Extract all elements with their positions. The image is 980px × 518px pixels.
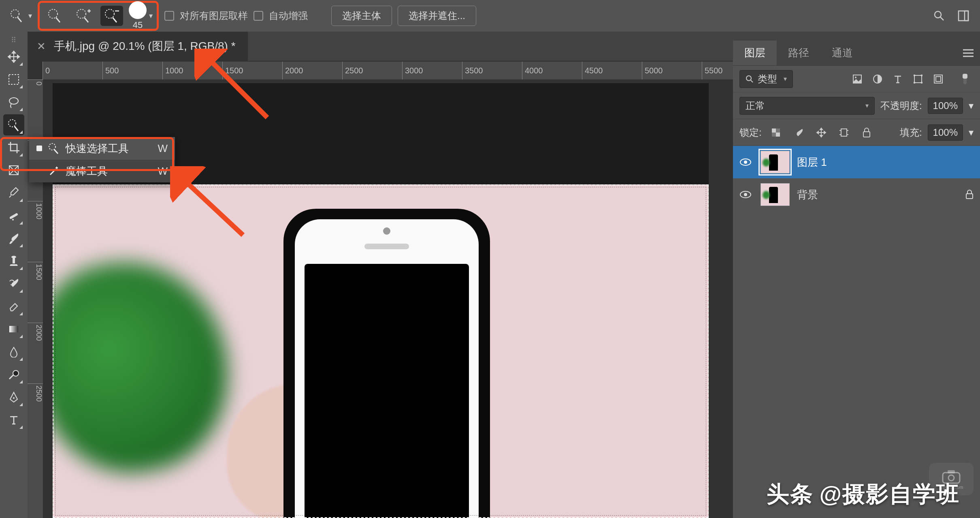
selection-marquee	[53, 184, 709, 518]
svg-rect-37	[841, 129, 847, 136]
svg-point-19	[49, 143, 55, 150]
chevron-down-icon: ▾	[784, 75, 787, 83]
crop-tool[interactable]	[3, 137, 24, 158]
svg-point-4	[935, 11, 941, 18]
frame-tool[interactable]	[3, 160, 24, 181]
clone-stamp-tool[interactable]	[3, 250, 24, 272]
svg-rect-34	[776, 133, 780, 137]
add-to-selection-button[interactable]	[72, 6, 95, 26]
visibility-toggle[interactable]	[739, 158, 753, 167]
flyout-item-magic-wand[interactable]: 魔棒工具 W	[29, 160, 175, 182]
search-icon[interactable]	[932, 9, 946, 23]
sample-all-layers-label: 对所有图层取样	[180, 9, 248, 22]
healing-brush-tool[interactable]	[3, 205, 24, 226]
svg-point-13	[12, 219, 14, 220]
filter-pixel-icon[interactable]	[849, 71, 866, 88]
layer-filter-row: 类型 ▾	[733, 66, 980, 92]
annotation-highlight-modes: 45 ▾	[38, 1, 159, 31]
tab-channels[interactable]: 通道	[820, 41, 864, 65]
filter-type-icon[interactable]	[889, 71, 906, 88]
current-tool-icon	[8, 7, 26, 25]
layer-thumbnail[interactable]	[761, 183, 790, 206]
blur-tool[interactable]	[3, 341, 24, 362]
filter-type-dropdown[interactable]: 类型 ▾	[739, 70, 793, 88]
fill-input[interactable]: 100%	[928, 124, 963, 141]
lasso-tool[interactable]	[3, 92, 24, 113]
select-subject-button[interactable]: 选择主体	[331, 6, 392, 26]
lock-all-icon[interactable]	[858, 124, 875, 141]
brush-tool[interactable]	[3, 228, 24, 249]
marquee-tool[interactable]	[3, 69, 24, 90]
lock-image-icon[interactable]	[790, 124, 807, 141]
lock-position-icon[interactable]	[813, 124, 830, 141]
svg-point-17	[13, 370, 19, 376]
opacity-input[interactable]: 100%	[928, 98, 963, 114]
eyedropper-tool[interactable]	[3, 182, 24, 203]
filter-toggle-switch[interactable]	[957, 71, 974, 88]
tab-paths[interactable]: 路径	[777, 41, 820, 65]
svg-rect-25	[914, 75, 915, 76]
quick-selection-tool[interactable]	[3, 114, 24, 135]
svg-point-40	[744, 161, 747, 164]
toolbar-grip-icon[interactable]: ⠿	[11, 36, 17, 45]
flyout-item-quick-select[interactable]: 快速选择工具 W	[29, 137, 175, 160]
svg-point-18	[13, 397, 15, 399]
lock-transparent-icon[interactable]	[767, 124, 784, 141]
subtract-from-selection-button[interactable]	[100, 6, 123, 26]
opacity-label: 不透明度:	[880, 99, 922, 112]
flyout-item-label: 快速选择工具	[66, 141, 129, 156]
layer-thumbnail[interactable]	[761, 151, 790, 173]
layer-row[interactable]: 图层 1	[733, 146, 980, 178]
svg-point-3	[105, 9, 114, 18]
filter-adjust-icon[interactable]	[869, 71, 886, 88]
svg-rect-27	[914, 82, 915, 83]
move-tool[interactable]	[3, 46, 24, 67]
history-brush-tool[interactable]	[3, 273, 24, 294]
ruler-horizontal[interactable]: 0500100015002000250030003500400045005000…	[43, 62, 733, 79]
lock-fill-row: 锁定: 填充: 100% ▾	[733, 119, 980, 146]
lock-artboard-icon[interactable]	[835, 124, 852, 141]
brush-picker-chevron-icon[interactable]: ▾	[149, 11, 153, 20]
svg-rect-6	[965, 11, 968, 21]
select-and-mask-button[interactable]: 选择并遮住...	[398, 6, 476, 26]
eraser-tool[interactable]	[3, 296, 24, 317]
filter-shape-icon[interactable]	[910, 71, 927, 88]
brush-dot-icon	[129, 1, 147, 19]
filter-smart-icon[interactable]	[930, 71, 947, 88]
svg-point-0	[11, 10, 19, 18]
visibility-toggle[interactable]	[739, 190, 753, 199]
panel-menu-icon[interactable]	[963, 49, 974, 57]
svg-rect-33	[772, 128, 776, 133]
sample-all-layers-checkbox[interactable]	[164, 11, 174, 21]
chevron-down-icon: ▾	[865, 102, 869, 109]
flyout-item-shortcut: W	[158, 142, 168, 155]
fill-value: 100%	[933, 127, 958, 138]
pen-tool[interactable]	[3, 387, 24, 408]
gradient-tool[interactable]	[3, 319, 24, 340]
blend-mode-dropdown[interactable]: 正常 ▾	[739, 97, 875, 115]
close-tab-icon[interactable]: ✕	[37, 40, 46, 53]
dodge-tool[interactable]	[3, 364, 24, 385]
svg-point-12	[10, 217, 11, 219]
watermark-prefix: 头条	[767, 479, 814, 510]
svg-point-42	[744, 193, 747, 196]
brush-preview[interactable]: 45	[129, 1, 147, 30]
workspace-frame-icon[interactable]	[957, 9, 970, 23]
annotation-arrow-2	[170, 166, 251, 247]
annotation-arrow-1	[194, 49, 275, 130]
svg-rect-24	[914, 75, 922, 83]
type-tool[interactable]	[3, 409, 24, 430]
auto-enhance-checkbox[interactable]	[254, 11, 263, 21]
svg-rect-5	[959, 11, 968, 21]
flyout-item-shortcut: W	[158, 165, 168, 178]
tool-preset-chevron-icon[interactable]: ▾	[28, 11, 32, 20]
tab-layers[interactable]: 图层	[733, 41, 777, 65]
new-selection-button[interactable]	[44, 6, 66, 26]
chevron-down-icon[interactable]: ▾	[969, 127, 974, 138]
svg-rect-35	[776, 128, 780, 133]
layer-name: 背景	[797, 188, 818, 202]
options-bar: ▾ 45 ▾ 对所有图层取样 自动增强 选择主体 选择并遮住...	[0, 0, 980, 32]
layer-row[interactable]: 背景	[733, 178, 980, 211]
chevron-down-icon[interactable]: ▾	[969, 100, 974, 111]
filter-type-label: 类型	[758, 73, 777, 86]
